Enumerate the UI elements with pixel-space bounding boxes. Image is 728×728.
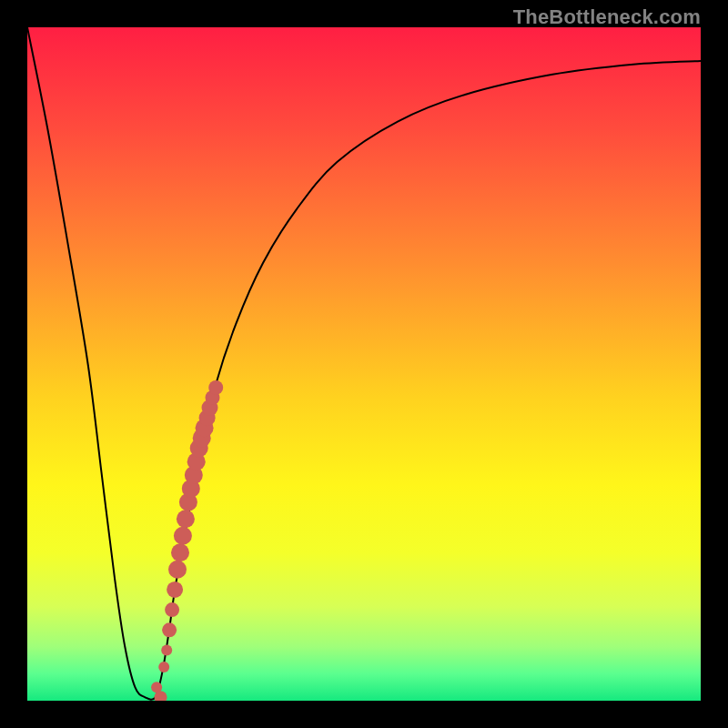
gradient-background [27, 27, 701, 701]
chart-svg [27, 27, 701, 701]
highlight-marker [208, 380, 223, 395]
highlight-marker [161, 645, 172, 656]
highlight-marker [168, 561, 187, 579]
chart-plot-area [27, 27, 701, 701]
highlight-marker [167, 581, 183, 598]
highlight-marker [158, 662, 169, 672]
highlight-marker [171, 543, 189, 561]
highlight-marker [162, 622, 177, 637]
watermark-text: TheBottleneck.com [513, 5, 701, 29]
highlight-marker [177, 510, 195, 528]
highlight-marker [174, 527, 192, 545]
highlight-marker [165, 602, 179, 617]
